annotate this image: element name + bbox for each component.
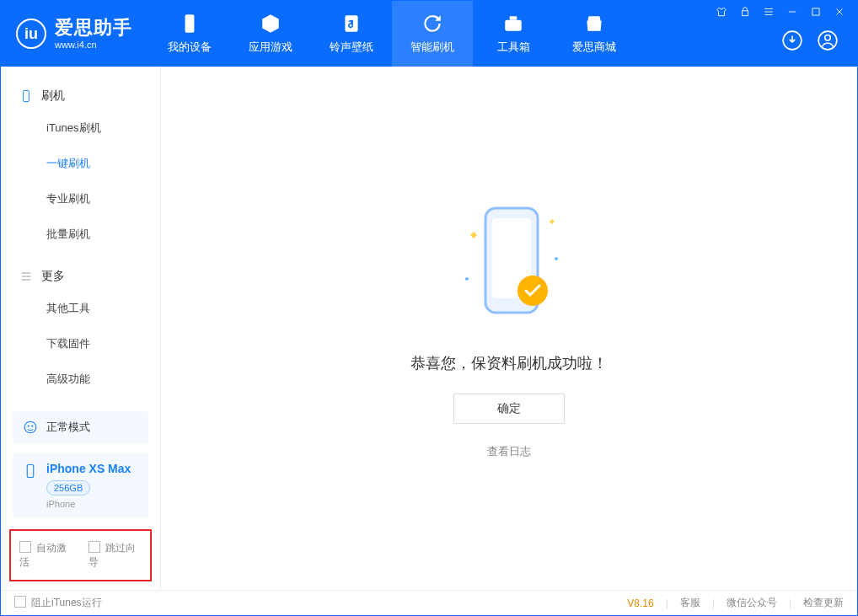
- app-header: iu 爱思助手 www.i4.cn 我的设备 应用游戏 铃声壁纸 智能刷机 工具…: [1, 1, 857, 67]
- download-icon[interactable]: [781, 29, 803, 51]
- footer-wechat-link[interactable]: 微信公众号: [727, 596, 777, 610]
- footer-update-link[interactable]: 检查更新: [803, 596, 844, 610]
- version-label: V8.16: [627, 597, 653, 609]
- svg-rect-6: [743, 11, 748, 16]
- svg-point-12: [24, 421, 36, 433]
- app-logo: iu 爱思助手 www.i4.cn: [16, 19, 132, 50]
- sidebar-item-other[interactable]: 其他工具: [1, 291, 160, 326]
- tab-store[interactable]: 爱思商城: [554, 1, 635, 67]
- options-highlight: 自动激活 跳过向导: [9, 529, 152, 581]
- minimize-icon[interactable]: [786, 6, 798, 18]
- logo-icon: iu: [16, 19, 46, 49]
- footer-service-link[interactable]: 客服: [680, 596, 700, 610]
- app-body: 刷机 iTunes刷机 一键刷机 专业刷机 批量刷机 更多 其他工具 下载固件 …: [1, 67, 857, 590]
- app-subtitle: www.i4.cn: [55, 40, 132, 50]
- music-icon: [341, 13, 362, 35]
- header-right-icons: [781, 29, 839, 51]
- svg-point-14: [31, 425, 33, 426]
- device-type: iPhone: [46, 499, 131, 509]
- toolbox-icon: [502, 13, 524, 35]
- checkbox-block-itunes[interactable]: 阻止iTunes运行: [14, 596, 102, 610]
- list-icon: [19, 270, 33, 283]
- sidebar-section-more: 更多: [1, 262, 160, 291]
- svg-point-19: [465, 277, 469, 281]
- svg-text:iu: iu: [24, 25, 38, 42]
- svg-rect-5: [510, 16, 517, 19]
- sidebar-item-advanced[interactable]: 高级功能: [1, 362, 160, 397]
- checkbox-label: 阻止iTunes运行: [31, 597, 102, 608]
- tab-rings[interactable]: 铃声壁纸: [311, 1, 392, 67]
- device-storage: 256GB: [46, 480, 90, 495]
- svg-rect-4: [505, 20, 522, 31]
- footer: 阻止iTunes运行 V8.16| 客服| 微信公众号| 检查更新: [1, 590, 857, 615]
- svg-rect-11: [24, 90, 29, 101]
- device-name: iPhone XS Max: [46, 462, 131, 475]
- tab-device[interactable]: 我的设备: [149, 1, 230, 67]
- cube-icon: [260, 13, 282, 35]
- maximize-icon[interactable]: [810, 6, 822, 18]
- success-illustration: [450, 198, 568, 333]
- sidebar-item-oneclick[interactable]: 一键刷机: [1, 146, 160, 181]
- ok-button[interactable]: 确定: [453, 394, 565, 424]
- sidebar-item-batch[interactable]: 批量刷机: [1, 217, 160, 252]
- mode-label: 正常模式: [46, 420, 90, 435]
- svg-point-20: [555, 257, 558, 260]
- checkbox-icon: [14, 596, 26, 608]
- sidebar-item-firmware[interactable]: 下载固件: [1, 326, 160, 362]
- phone-icon: [23, 463, 38, 479]
- tshirt-icon[interactable]: [716, 6, 727, 18]
- svg-point-13: [28, 425, 29, 426]
- tab-label: 工具箱: [497, 40, 530, 55]
- device-panel[interactable]: iPhone XS Max 256GB iPhone: [13, 453, 148, 517]
- success-message: 恭喜您，保资料刷机成功啦！: [410, 353, 608, 373]
- titlebar-controls: [716, 6, 845, 18]
- tab-label: 爱思商城: [572, 40, 616, 55]
- main-content: 恭喜您，保资料刷机成功啦！ 确定 查看日志: [161, 67, 857, 590]
- tab-label: 铃声壁纸: [330, 40, 373, 55]
- refresh-icon: [421, 13, 443, 35]
- sidebar-item-itunes[interactable]: iTunes刷机: [1, 110, 160, 146]
- device-icon: [19, 89, 33, 103]
- svg-rect-7: [812, 8, 819, 15]
- svg-rect-15: [27, 465, 34, 478]
- tab-label: 智能刷机: [410, 40, 454, 55]
- mode-icon: [23, 420, 38, 435]
- mode-panel[interactable]: 正常模式: [13, 411, 148, 443]
- sidebar: 刷机 iTunes刷机 一键刷机 专业刷机 批量刷机 更多 其他工具 下载固件 …: [1, 67, 161, 590]
- phone-icon: [179, 13, 201, 35]
- store-icon: [583, 13, 605, 35]
- checkbox-icon: [19, 541, 31, 553]
- section-label: 更多: [41, 269, 65, 284]
- checkbox-icon: [88, 541, 100, 553]
- tab-tools[interactable]: 工具箱: [473, 1, 554, 67]
- user-icon[interactable]: [817, 29, 839, 51]
- section-label: 刷机: [41, 88, 65, 104]
- tab-label: 应用游戏: [249, 40, 292, 55]
- tab-label: 我的设备: [168, 40, 212, 55]
- checkbox-skip-guide[interactable]: 跳过向导: [88, 541, 142, 570]
- tab-flash[interactable]: 智能刷机: [392, 1, 473, 67]
- lock-icon[interactable]: [739, 6, 751, 18]
- header-tabs: 我的设备 应用游戏 铃声壁纸 智能刷机 工具箱 爱思商城: [149, 1, 635, 67]
- svg-rect-2: [185, 14, 195, 33]
- sidebar-item-pro[interactable]: 专业刷机: [1, 181, 160, 217]
- view-log-link[interactable]: 查看日志: [487, 444, 531, 459]
- tab-apps[interactable]: 应用游戏: [230, 1, 311, 67]
- sidebar-section-flash: 刷机: [1, 82, 160, 110]
- svg-point-10: [825, 35, 831, 41]
- app-title: 爱思助手: [55, 19, 132, 37]
- close-icon[interactable]: [834, 6, 845, 18]
- checkbox-auto-activate[interactable]: 自动激活: [19, 541, 73, 570]
- menu-icon[interactable]: [763, 6, 775, 18]
